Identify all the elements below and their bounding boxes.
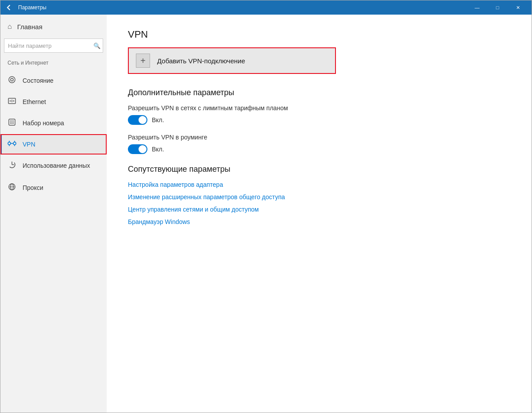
sidebar-item-label-ethernet: Ethernet xyxy=(23,98,46,105)
main-content: VPN + Добавить VPN-подключение Дополните… xyxy=(107,15,532,413)
sharing-settings-link[interactable]: Изменение расширенных параметров общего … xyxy=(128,193,510,201)
toggle1-description: Разрешить VPN в сетях с лимитным тарифны… xyxy=(128,104,510,112)
back-button[interactable] xyxy=(4,2,15,13)
toggle1-switch[interactable] xyxy=(128,115,147,125)
vpn-section-title: VPN xyxy=(128,29,510,40)
window-controls: — □ ✕ xyxy=(467,0,528,15)
sidebar-item-proxy[interactable]: Прокси xyxy=(0,177,107,199)
sidebar-nav: Состояние Ethernet xyxy=(0,69,107,199)
search-icon: 🔍 xyxy=(93,42,100,49)
related-settings-section: Сопутствующие параметры Настройка параме… xyxy=(128,165,510,225)
svg-point-9 xyxy=(13,120,14,121)
ethernet-icon xyxy=(8,98,16,106)
toggle1-state: Вкл. xyxy=(152,116,164,124)
svg-point-13 xyxy=(10,123,11,124)
dialup-icon xyxy=(8,118,16,128)
sidebar-item-label-dialup: Набор номера xyxy=(23,120,64,127)
add-vpn-plus-icon: + xyxy=(136,54,150,68)
svg-point-16 xyxy=(8,142,11,145)
app-title: Параметры xyxy=(18,4,467,11)
svg-point-17 xyxy=(13,142,16,145)
sidebar-item-ethernet[interactable]: Ethernet xyxy=(0,92,107,112)
search-container: 🔍 xyxy=(4,39,103,53)
svg-point-1 xyxy=(11,78,13,81)
vpn-icon xyxy=(8,140,16,148)
svg-point-15 xyxy=(13,123,14,124)
sidebar-item-home[interactable]: ⌂ Главная xyxy=(0,15,107,39)
svg-point-14 xyxy=(12,123,12,124)
svg-point-8 xyxy=(12,120,12,121)
sidebar-item-label-vpn: VPN xyxy=(23,141,35,148)
home-icon: ⌂ xyxy=(8,23,12,31)
toggle-roaming: Разрешить VPN в роуминге Вкл. xyxy=(128,134,510,154)
toggle2-switch[interactable] xyxy=(128,144,147,154)
toggle2-description: Разрешить VPN в роуминге xyxy=(128,134,510,141)
add-vpn-label: Добавить VPN-подключение xyxy=(157,57,245,65)
svg-point-7 xyxy=(10,120,11,121)
svg-point-11 xyxy=(12,122,12,123)
sidebar-item-label-data-usage: Использование данных xyxy=(23,162,90,169)
titlebar: Параметры — □ ✕ xyxy=(0,0,532,15)
sidebar: ⌂ Главная 🔍 Сеть и Интернет xyxy=(0,15,107,413)
toggle2-container: Вкл. xyxy=(128,144,510,154)
sidebar-section-label: Сеть и Интернет xyxy=(0,58,107,69)
svg-point-12 xyxy=(13,122,14,123)
sidebar-item-data-usage[interactable]: Использование данных xyxy=(0,154,107,177)
sidebar-item-dialup[interactable]: Набор номера xyxy=(0,112,107,134)
sidebar-item-label-proxy: Прокси xyxy=(23,184,43,191)
minimize-button[interactable]: — xyxy=(467,0,487,15)
sidebar-item-status[interactable]: Состояние xyxy=(0,69,107,92)
maximize-button[interactable]: □ xyxy=(487,0,508,15)
home-label: Главная xyxy=(17,23,42,31)
firewall-link[interactable]: Брандмауэр Windows xyxy=(128,218,510,225)
svg-point-10 xyxy=(10,122,11,123)
toggle1-container: Вкл. xyxy=(128,115,510,125)
svg-point-0 xyxy=(9,77,15,83)
status-icon xyxy=(8,76,16,85)
toggle2-state: Вкл. xyxy=(152,146,164,153)
search-input[interactable] xyxy=(4,39,103,53)
network-center-link[interactable]: Центр управления сетями и общим доступом xyxy=(128,206,510,213)
adapter-settings-link[interactable]: Настройка параметров адаптера xyxy=(128,181,510,188)
related-settings-title: Сопутствующие параметры xyxy=(128,165,510,174)
additional-settings-title: Дополнительные параметры xyxy=(128,88,510,97)
close-button[interactable]: ✕ xyxy=(508,0,528,15)
data-usage-icon xyxy=(8,161,16,170)
toggle-metered-networks: Разрешить VPN в сетях с лимитным тарифны… xyxy=(128,104,510,125)
sidebar-item-vpn[interactable]: VPN xyxy=(0,134,107,154)
proxy-icon xyxy=(8,183,16,193)
add-vpn-button[interactable]: + Добавить VPN-подключение xyxy=(128,47,336,74)
sidebar-item-label-status: Состояние xyxy=(23,77,54,84)
